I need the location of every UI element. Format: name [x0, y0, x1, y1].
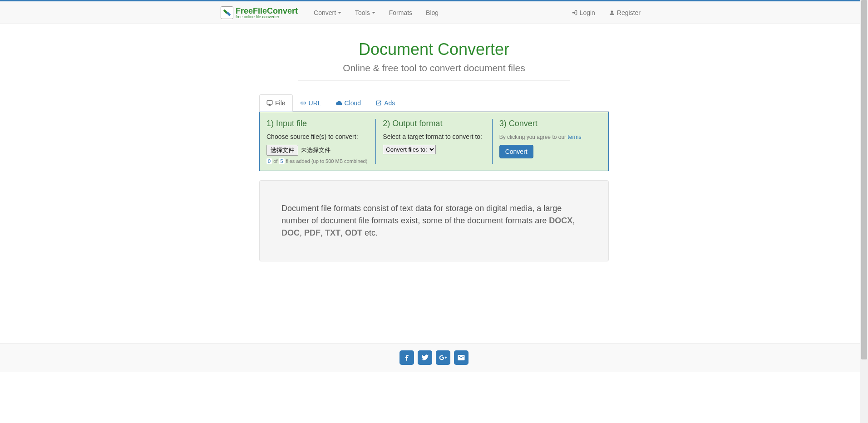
external-link-icon	[375, 100, 382, 106]
page-subtitle: Online & free tool to convert document f…	[298, 63, 570, 80]
format-link-txt[interactable]: TXT	[325, 228, 340, 237]
brand-logo[interactable]: FreeFileConvert free online file convert…	[221, 6, 298, 19]
step2-title: 2) Output format	[383, 119, 485, 128]
format-link-odt[interactable]: ODT	[345, 228, 362, 237]
facebook-icon	[403, 354, 411, 362]
nav-register[interactable]: Register	[609, 1, 641, 24]
logo-icon	[221, 6, 233, 19]
link-icon	[300, 100, 306, 106]
step-output: 2) Output format Select a target format …	[375, 119, 492, 164]
step-input: 1) Input file Choose source file(s) to c…	[260, 119, 375, 164]
nav-formats[interactable]: Formats	[389, 1, 412, 24]
social-email[interactable]	[454, 350, 469, 365]
file-count-info: 0 of 5 files added (up to 500 MB combine…	[266, 158, 369, 164]
user-icon	[609, 10, 615, 16]
step1-desc: Choose source file(s) to convert:	[266, 133, 369, 140]
choose-file-button[interactable]: 选择文件	[266, 145, 298, 156]
brand-name: FreeFileConvert	[236, 7, 298, 15]
step3-title: 3) Convert	[499, 119, 602, 128]
desktop-icon	[266, 100, 273, 106]
file-status: 未选择文件	[301, 146, 330, 154]
twitter-icon	[421, 354, 429, 362]
main-container: Document Converter Online & free tool to…	[252, 40, 616, 261]
format-link-pdf[interactable]: PDF	[304, 228, 321, 237]
format-link-doc[interactable]: DOC	[281, 228, 300, 237]
info-well: Document file formats consist of text da…	[259, 180, 609, 261]
terms-link[interactable]: terms	[567, 134, 581, 140]
output-format-select[interactable]: Convert files to:	[383, 145, 436, 154]
terms-text: By clicking you agree to our terms	[499, 134, 582, 140]
tab-url[interactable]: URL	[293, 94, 329, 112]
step1-title: 1) Input file	[266, 119, 369, 128]
nav-convert[interactable]: Convert	[314, 1, 341, 24]
nav-right: Login Register	[565, 1, 647, 24]
footer	[0, 343, 868, 372]
files-added-count: 0	[266, 158, 272, 164]
nav-tools[interactable]: Tools	[355, 1, 375, 24]
source-tabs: File URL Cloud Ads	[259, 94, 609, 112]
googleplus-icon	[439, 354, 447, 362]
tab-ads[interactable]: Ads	[368, 94, 402, 112]
brand-tagline: free online file converter	[236, 15, 298, 19]
navbar: FreeFileConvert free online file convert…	[0, 1, 868, 24]
envelope-icon	[457, 354, 465, 362]
cloud-icon	[336, 100, 342, 106]
tab-file[interactable]: File	[259, 94, 293, 112]
nav-login[interactable]: Login	[572, 1, 595, 24]
converter-panel: 1) Input file Choose source file(s) to c…	[259, 112, 609, 171]
caret-icon	[372, 12, 375, 14]
login-icon	[572, 10, 578, 16]
scrollbar[interactable]	[860, 0, 868, 372]
caret-icon	[338, 12, 341, 14]
social-facebook[interactable]	[399, 350, 414, 365]
convert-button[interactable]: Convert	[499, 145, 533, 158]
step2-desc: Select a target format to convert to:	[383, 133, 485, 140]
social-googleplus[interactable]	[436, 350, 450, 365]
nav-blog[interactable]: Blog	[426, 1, 439, 24]
files-max-count: 5	[279, 158, 284, 164]
info-text: Document file formats consist of text da…	[281, 202, 587, 239]
nav-links: Convert Tools Formats Blog	[307, 1, 445, 24]
step-convert: 3) Convert By clicking you agree to our …	[492, 119, 608, 164]
page-title: Document Converter	[259, 40, 609, 59]
format-link-docx[interactable]: DOCX	[549, 216, 572, 225]
tab-cloud[interactable]: Cloud	[329, 94, 369, 112]
social-twitter[interactable]	[418, 350, 432, 365]
scrollbar-thumb[interactable]	[861, 0, 867, 359]
